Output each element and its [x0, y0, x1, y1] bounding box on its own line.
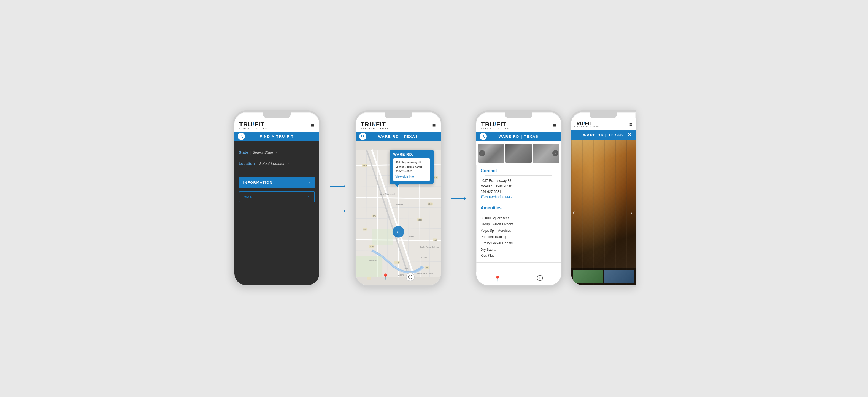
- blue-bar-title-4: WARE RD | TEXAS: [583, 133, 623, 137]
- phone-1: TRU/FIT ATHLETIC CLUBS ≡ FIND A TRU FIT: [233, 111, 321, 287]
- phone1-body: State | Select State › Location | Select…: [235, 141, 319, 285]
- phone-3: TRU/FIT ATHLETIC CLUBS ≡ WARE RD | TEXAS: [475, 111, 563, 287]
- svg-line-3: [363, 137, 364, 138]
- info-circle-icon-3: i: [537, 275, 543, 281]
- search-circle-2: [359, 133, 366, 140]
- bottom-info-icon-3[interactable]: i: [537, 275, 543, 282]
- bottom-info-icon[interactable]: i: [406, 272, 414, 281]
- logo-subtitle-2: ATHLETIC CLUBS: [361, 127, 389, 129]
- app-header-2: TRU/FIT ATHLETIC CLUBS ≡: [356, 118, 441, 132]
- map-button[interactable]: MAP ›: [239, 191, 315, 203]
- connector-2-3: [449, 197, 468, 200]
- hamburger-icon-4[interactable]: ≡: [629, 122, 633, 128]
- location-value: Select Location: [259, 161, 285, 166]
- hamburger-icon-2[interactable]: ≡: [433, 122, 436, 129]
- amenity-2: Group Exercise Room: [481, 221, 557, 227]
- svg-text:676: 676: [372, 215, 375, 217]
- amenities-divider: [485, 213, 552, 213]
- find-tru-fit-bar: FIND A TRU FIT: [235, 132, 319, 141]
- phone-4: TRU/FIT ATHLETIC CLUBS ≡ WARE RD | TEXAS…: [569, 111, 636, 287]
- amenity-7: Kids Klub: [481, 253, 557, 259]
- logo-main-4: TRU/FIT: [574, 122, 592, 126]
- info-icon-2: i: [408, 275, 412, 279]
- svg-text:McAllen: McAllen: [420, 256, 427, 259]
- amenity-6: Dry Sauna: [481, 247, 557, 253]
- view-club-info-chevron: ›: [414, 175, 415, 179]
- location-selector-row[interactable]: Location | Select Location ›: [239, 158, 315, 170]
- svg-text:2221: 2221: [363, 164, 367, 166]
- arrow-info: [330, 185, 345, 188]
- map-view: West Sharyland Palmhurst Mission South T…: [356, 141, 441, 285]
- svg-text:West Sharyland: West Sharyland: [380, 192, 395, 195]
- gallery-next-arrow[interactable]: ›: [630, 209, 633, 216]
- logo-tru: TRU: [239, 121, 253, 128]
- photo-prev-arrow[interactable]: ‹: [479, 150, 485, 156]
- svg-line-1: [242, 137, 243, 138]
- light-overlay: [571, 140, 636, 285]
- gym-photo-2: [505, 144, 532, 163]
- popup-address-1: 4037 Expressway 83: [396, 160, 428, 165]
- contact-address-1: 4037 Expressway 83: [481, 178, 557, 183]
- logo-main-2: TRU/FIT: [361, 122, 386, 127]
- popup-body: 4037 Expressway 83 McAllen, Texas 78501 …: [393, 158, 430, 181]
- svg-text:115: 115: [434, 239, 437, 241]
- screen-container: TRU/FIT ATHLETIC CLUBS ≡ FIND A TRU FIT: [233, 111, 636, 287]
- search-icon-3: [481, 134, 485, 138]
- svg-text:241: 241: [426, 267, 429, 269]
- arrow-map: [330, 210, 345, 212]
- arrow-tip-info: [343, 185, 345, 188]
- view-club-info-text: View club info: [396, 175, 414, 179]
- gallery-prev-arrow[interactable]: ‹: [573, 209, 575, 216]
- svg-text:2220: 2220: [395, 261, 399, 263]
- phone-notch-3: [505, 112, 532, 118]
- photo-strip: ‹ ›: [476, 141, 561, 165]
- search-icon-1: [239, 134, 243, 138]
- logo-slash: /: [253, 121, 254, 128]
- bottom-pin-icon-3[interactable]: 📍: [494, 275, 501, 282]
- svg-text:1016: 1016: [370, 245, 374, 247]
- svg-text:Mission: Mission: [409, 235, 416, 238]
- map-btn-label: MAP: [244, 195, 253, 199]
- thumb-1[interactable]: [573, 270, 603, 283]
- amenities-list: 33,000 Square feet Group Exercise Room Y…: [481, 215, 557, 259]
- close-button-4[interactable]: ✕: [627, 132, 632, 138]
- svg-text:2220: 2220: [417, 219, 422, 221]
- logo-subtitle-4: ATHLETIC CLUBS: [574, 126, 600, 127]
- svg-text:›: ›: [396, 229, 398, 235]
- logo-subtitle-3: ATHLETIC CLUBS: [481, 127, 509, 129]
- hamburger-icon-3[interactable]: ≡: [553, 122, 556, 129]
- state-label: State: [239, 150, 248, 155]
- logo-2: TRU/FIT ATHLETIC CLUBS: [361, 122, 389, 129]
- popup-title: WARE RD.: [393, 152, 430, 156]
- logo-fit: FIT: [254, 121, 265, 128]
- state-divider: |: [250, 150, 251, 155]
- amenity-1: 33,000 Square feet: [481, 215, 557, 221]
- view-contact-sheet-text: View contact sheet: [481, 195, 510, 198]
- state-selector-row[interactable]: State | Select State ›: [239, 147, 315, 158]
- svg-rect-24: [356, 256, 382, 277]
- logo-3: TRU/FIT ATHLETIC CLUBS: [481, 122, 509, 129]
- view-contact-sheet-link[interactable]: View contact sheet ›: [481, 195, 557, 198]
- amenity-4: Personal Training: [481, 234, 557, 240]
- search-icon-2: [361, 134, 365, 138]
- amenities-section: Amenities 33,000 Square feet Group Exerc…: [476, 202, 561, 263]
- bottom-pin-icon[interactable]: 📍: [382, 273, 389, 280]
- logo-subtitle-1: ATHLETIC CLUBS: [239, 127, 268, 129]
- photo-next-arrow[interactable]: ›: [552, 150, 558, 156]
- phone-2-inner: TRU/FIT ATHLETIC CLUBS ≡ WARE RD | TEXAS: [356, 118, 441, 285]
- arrow-single: [451, 197, 466, 200]
- thumb-strip: [571, 268, 636, 285]
- svg-text:1016: 1016: [428, 203, 432, 205]
- ware-rd-bar-3: WARE RD | TEXAS: [476, 132, 561, 141]
- svg-text:Hidalgo: Hidalgo: [404, 267, 410, 270]
- view-club-info-link[interactable]: View club info ›: [396, 175, 428, 179]
- logo-main-1: TRU/FIT: [239, 122, 265, 127]
- contact-divider: [485, 176, 552, 176]
- horiz-line-map: [330, 211, 343, 211]
- popup-address-2: McAllen, Texas 78501: [396, 165, 428, 169]
- hamburger-icon-1[interactable]: ≡: [311, 122, 314, 129]
- thumb-2[interactable]: [604, 270, 634, 283]
- app-header-4: TRU/FIT ATHLETIC CLUBS ≡: [571, 118, 636, 130]
- information-button[interactable]: INFORMATION ›: [239, 177, 315, 188]
- logo-4: TRU/FIT ATHLETIC CLUBS: [574, 122, 600, 127]
